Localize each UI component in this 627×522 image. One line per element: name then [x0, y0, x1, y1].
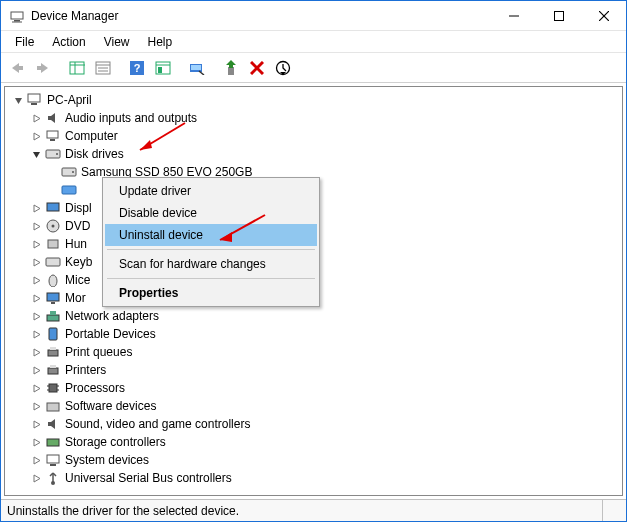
svg-rect-9 [70, 62, 84, 74]
back-button[interactable] [5, 56, 29, 80]
expand-icon[interactable] [29, 309, 43, 323]
svg-point-38 [52, 225, 55, 228]
disable-button[interactable] [271, 56, 295, 80]
uninstall-button[interactable] [245, 56, 269, 80]
tree-node-network[interactable]: Network adapters [7, 307, 620, 325]
node-label: Software devices [65, 399, 156, 413]
expand-icon[interactable] [29, 291, 43, 305]
expand-icon[interactable] [29, 129, 43, 143]
tree-node-software[interactable]: Software devices [7, 397, 620, 415]
tree-node-system[interactable]: System devices [7, 451, 620, 469]
scan-hardware-button[interactable] [185, 56, 209, 80]
tree-node-audio[interactable]: Audio inputs and outputs [7, 109, 620, 127]
window-title: Device Manager [31, 9, 491, 23]
svg-rect-58 [47, 455, 59, 463]
maximize-button[interactable] [536, 1, 581, 30]
node-label: Processors [65, 381, 125, 395]
ctx-disable-device[interactable]: Disable device [105, 202, 317, 224]
svg-rect-39 [48, 240, 58, 248]
menu-view[interactable]: View [96, 33, 138, 51]
expand-icon[interactable] [29, 201, 43, 215]
show-hide-tree-button[interactable] [65, 56, 89, 80]
tree-node-disk-drives[interactable]: Disk drives [7, 145, 620, 163]
svg-rect-59 [50, 464, 56, 466]
node-label: Print queues [65, 345, 132, 359]
ctx-scan-hardware[interactable]: Scan for hardware changes [105, 253, 317, 275]
node-label: Storage controllers [65, 435, 166, 449]
expand-icon[interactable] [29, 417, 43, 431]
help-button[interactable]: ? [125, 56, 149, 80]
node-label: System devices [65, 453, 149, 467]
node-label: Hun [65, 237, 87, 251]
node-label: Portable Devices [65, 327, 156, 341]
svg-rect-0 [11, 12, 23, 19]
tree-node-portable[interactable]: Portable Devices [7, 325, 620, 343]
node-label: Disk drives [65, 147, 124, 161]
minimize-button[interactable] [491, 1, 536, 30]
svg-rect-1 [14, 20, 20, 22]
menu-action[interactable]: Action [44, 33, 93, 51]
statusbar: Uninstalls the driver for the selected d… [1, 499, 626, 521]
collapse-icon[interactable] [11, 93, 25, 107]
svg-rect-36 [47, 203, 59, 211]
svg-rect-49 [48, 368, 58, 374]
svg-rect-30 [50, 139, 55, 141]
menu-file[interactable]: File [7, 33, 42, 51]
disk-icon [61, 164, 77, 180]
svg-rect-22 [191, 65, 201, 70]
node-label: Displ [65, 201, 92, 215]
properties-button[interactable] [91, 56, 115, 80]
expand-icon[interactable] [29, 111, 43, 125]
svg-point-34 [72, 171, 74, 173]
toolbar-separator [117, 56, 123, 80]
svg-rect-42 [47, 293, 59, 301]
expand-icon[interactable] [29, 381, 43, 395]
expand-icon[interactable] [29, 345, 43, 359]
expand-icon[interactable] [29, 237, 43, 251]
svg-rect-48 [50, 347, 56, 350]
collapse-icon[interactable] [29, 147, 43, 161]
svg-rect-27 [28, 94, 40, 102]
node-label: Audio inputs and outputs [65, 111, 197, 125]
ctx-update-driver[interactable]: Update driver [105, 180, 317, 202]
tree-node-printers[interactable]: Printers [7, 361, 620, 379]
toolbar-separator [57, 56, 63, 80]
svg-rect-51 [49, 384, 57, 392]
expand-icon[interactable] [29, 219, 43, 233]
expand-icon[interactable] [29, 327, 43, 341]
node-label: Keyb [65, 255, 92, 269]
printer-icon [45, 362, 61, 378]
tree-node-printq[interactable]: Print queues [7, 343, 620, 361]
statusbar-grip [602, 500, 620, 521]
expand-icon[interactable] [29, 471, 43, 485]
expand-icon[interactable] [29, 435, 43, 449]
tree-node-processors[interactable]: Processors [7, 379, 620, 397]
tree-node-sound[interactable]: Sound, video and game controllers [7, 415, 620, 433]
expand-icon[interactable] [29, 363, 43, 377]
svg-rect-35 [62, 186, 76, 194]
expand-icon[interactable] [29, 453, 43, 467]
app-icon [9, 8, 25, 24]
network-icon [45, 308, 61, 324]
expand-icon[interactable] [29, 255, 43, 269]
close-button[interactable] [581, 1, 626, 30]
tree-root[interactable]: PC-April [7, 91, 620, 109]
node-label: Mice [65, 273, 90, 287]
keyboard-icon [45, 254, 61, 270]
tree-node-usb[interactable]: Universal Serial Bus controllers [7, 469, 620, 487]
expand-icon[interactable] [29, 273, 43, 287]
expand-icon[interactable] [29, 399, 43, 413]
toolbar-icon[interactable] [151, 56, 175, 80]
svg-rect-2 [12, 21, 22, 22]
tree-node-storage[interactable]: Storage controllers [7, 433, 620, 451]
ctx-properties[interactable]: Properties [105, 282, 317, 304]
svg-rect-23 [228, 67, 234, 75]
context-menu: Update driver Disable device Uninstall d… [102, 177, 320, 307]
update-driver-button[interactable] [219, 56, 243, 80]
forward-button[interactable] [31, 56, 55, 80]
ctx-uninstall-device[interactable]: Uninstall device [105, 224, 317, 246]
tree-node-computer[interactable]: Computer [7, 127, 620, 145]
svg-text:?: ? [134, 62, 141, 74]
menu-help[interactable]: Help [140, 33, 181, 51]
svg-rect-47 [48, 350, 58, 356]
